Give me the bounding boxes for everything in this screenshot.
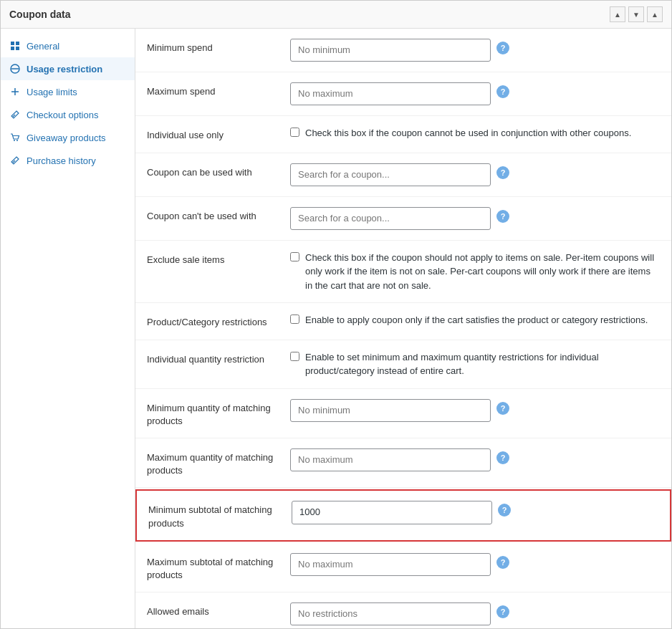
checkbox-product-category-restrictions[interactable] [290,314,299,324]
svg-line-8 [13,115,15,117]
titlebar-controls: ▲ ▼ ▲ [610,6,663,22]
block-icon [9,63,21,75]
sidebar-label-usage-restriction: Usage restriction [27,64,102,75]
field-min-qty-matching: ? [290,399,660,422]
sidebar-label-checkout-options: Checkout options [27,110,98,120]
checkbox-row-individual-qty: Enable to set minimum and maximum quanti… [290,350,660,378]
svg-rect-0 [11,42,14,45]
checkbox-exclude-sale-items[interactable] [290,252,299,261]
sidebar-item-general[interactable]: General [1,34,135,57]
input-maximum-spend[interactable] [290,82,491,105]
row-min-qty-matching: Minimum quantity of matching products ? [135,389,671,438]
field-allowed-emails: ? [290,602,660,625]
input-allowed-emails[interactable] [290,602,491,625]
label-coupon-cant-be-used-with: Coupon can't be used with [147,207,290,223]
titlebar-collapse-btn[interactable]: ▲ [647,6,663,22]
help-min-subtotal-matching[interactable]: ? [498,504,511,517]
titlebar: Coupon data ▲ ▼ ▲ [1,1,671,29]
help-coupon-cant-be-used-with[interactable]: ? [496,210,509,223]
svg-rect-1 [16,42,19,45]
field-minimum-spend: ? [290,39,660,62]
row-max-subtotal-matching: Maximum subtotal of matching products ? [135,543,671,592]
label-coupon-can-be-used-with: Coupon can be used with [147,163,290,179]
checkbox-individual-quantity-restriction[interactable] [290,352,299,361]
svg-line-11 [13,160,15,163]
help-max-qty-matching[interactable]: ? [496,451,509,464]
field-coupon-can-be-used-with: ? [290,163,660,186]
field-exclude-sale-items: Check this box if the coupon should not … [290,251,660,293]
input-min-qty-matching[interactable] [290,399,491,422]
row-product-category-restrictions: Product/Category restrictions Enable to … [135,303,671,340]
checkbox-individual-use-only[interactable] [290,128,299,137]
checkbox-row-product-category: Enable to apply coupon only if the cart … [290,313,648,327]
history-wrench-icon [9,155,21,166]
titlebar-down-btn[interactable]: ▼ [628,6,644,22]
label-allowed-emails: Allowed emails [147,602,290,618]
help-coupon-can-be-used-with[interactable]: ? [496,166,509,179]
row-individual-use-only: Individual use only Check this box if th… [135,116,671,153]
plus-icon [9,86,21,97]
sidebar-label-purchase-history: Purchase history [27,155,96,166]
checkbox-label-exclude-sale: Check this box if the coupon should not … [305,251,660,293]
titlebar-up-btn[interactable]: ▲ [610,6,625,22]
sidebar-item-usage-limits[interactable]: Usage limits [1,80,135,103]
sidebar-item-usage-restriction[interactable]: Usage restriction [1,57,135,80]
field-max-subtotal-matching: ? [290,553,660,576]
window-title: Coupon data [9,9,71,20]
label-individual-quantity-restriction: Individual quantity restriction [147,350,290,366]
label-max-qty-matching: Maximum quantity of matching products [147,448,290,477]
search-wrap-can-be-used [290,163,491,186]
svg-point-9 [14,140,15,141]
label-exclude-sale-items: Exclude sale items [147,251,290,267]
row-coupon-cant-be-used-with: Coupon can't be used with ? [135,197,671,241]
row-individual-quantity-restriction: Individual quantity restriction Enable t… [135,340,671,389]
field-individual-quantity-restriction: Enable to set minimum and maximum quanti… [290,350,660,378]
input-max-qty-matching[interactable] [290,448,491,471]
cart-icon [9,132,21,143]
checkbox-row-exclude-sale: Check this box if the coupon should not … [290,251,660,293]
input-coupon-cant-be-used-with[interactable] [290,207,491,230]
svg-rect-2 [11,47,14,50]
help-allowed-emails[interactable]: ? [496,605,509,618]
sidebar-item-purchase-history[interactable]: Purchase history [1,149,135,172]
label-min-subtotal-matching: Minimum subtotal of matching products [148,501,292,529]
help-min-qty-matching[interactable]: ? [496,402,509,415]
input-minimum-spend[interactable] [290,39,491,62]
help-max-subtotal-matching[interactable]: ? [496,556,509,569]
sidebar-label-general: General [27,41,59,52]
row-allowed-emails: Allowed emails ? [135,592,671,628]
label-product-category-restrictions: Product/Category restrictions [147,313,290,329]
field-maximum-spend: ? [290,82,660,105]
label-individual-use-only: Individual use only [147,126,290,142]
input-coupon-can-be-used-with[interactable] [290,163,491,186]
field-individual-use-only: Check this box if the coupon cannot be u… [290,126,660,140]
field-max-qty-matching: ? [290,448,660,471]
coupon-data-window: Coupon data ▲ ▼ ▲ General [0,0,672,629]
row-minimum-spend: Minimum spend ? [135,29,671,72]
svg-point-10 [16,140,18,141]
field-coupon-cant-be-used-with: ? [290,207,660,230]
row-exclude-sale-items: Exclude sale items Check this box if the… [135,241,671,304]
field-min-subtotal-matching: ? [292,501,658,524]
search-wrap-cant-be-used [290,207,491,230]
input-min-subtotal-matching[interactable] [292,501,492,524]
row-min-subtotal-matching: Minimum subtotal of matching products ? [135,489,671,541]
label-maximum-spend: Maximum spend [147,82,290,98]
checkbox-row-individual-use: Check this box if the coupon cannot be u… [290,126,631,140]
sidebar-label-giveaway-products: Giveaway products [27,133,106,143]
help-minimum-spend[interactable]: ? [496,42,509,54]
checkbox-label-product-category: Enable to apply coupon only if the cart … [305,313,648,327]
label-max-subtotal-matching: Maximum subtotal of matching products [147,553,290,582]
help-maximum-spend[interactable]: ? [496,85,509,98]
svg-rect-3 [16,47,19,50]
checkbox-label-individual-qty: Enable to set minimum and maximum quanti… [305,350,660,378]
main-layout: General Usage restriction [1,29,671,628]
sidebar-item-giveaway-products[interactable]: Giveaway products [1,126,135,149]
grid-icon [9,40,21,52]
main-content: Minimum spend ? Maximum spend ? Individu… [135,29,671,628]
checkbox-label-individual-use: Check this box if the coupon cannot be u… [305,126,631,140]
input-max-subtotal-matching[interactable] [290,553,491,576]
sidebar-item-checkout-options[interactable]: Checkout options [1,103,135,126]
row-max-qty-matching: Maximum quantity of matching products ? [135,438,671,488]
row-coupon-can-be-used-with: Coupon can be used with ? [135,153,671,197]
